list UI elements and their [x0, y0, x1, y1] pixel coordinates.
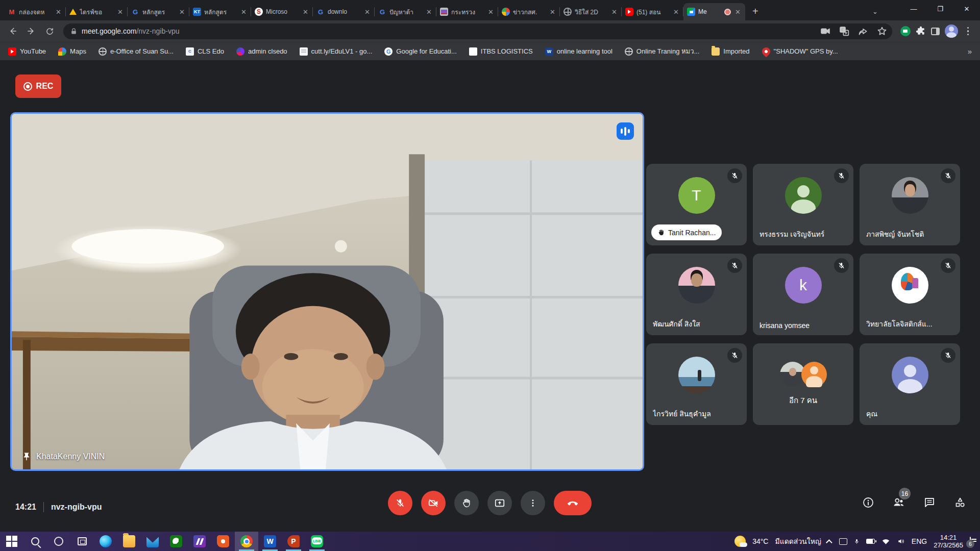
end-call-button[interactable]: [554, 491, 592, 515]
taskbar-edge[interactable]: [94, 532, 117, 551]
browser-menu-icon[interactable]: [963, 27, 973, 36]
tab-close-icon[interactable]: ✕: [240, 8, 248, 16]
tray-mic-icon[interactable]: [854, 538, 860, 545]
main-video-tile[interactable]: KhataKenny VININ: [10, 112, 644, 471]
tab-download[interactable]: Gdownlo✕: [313, 3, 375, 20]
activities-button[interactable]: [952, 495, 968, 510]
participant-tile-overflow[interactable]: อีก 7 คน: [753, 343, 853, 425]
tab-close-icon[interactable]: ✕: [302, 8, 309, 16]
bookmarks-overflow-icon[interactable]: »: [968, 47, 972, 56]
taskbar-chrome[interactable]: [235, 532, 258, 551]
tab-howto-2d[interactable]: วิธีใส่ 2D✕: [560, 3, 622, 20]
taskbar-powerpoint[interactable]: P: [282, 532, 305, 551]
bookmark-itbs-logistics[interactable]: ITBS LOGISTICS: [469, 47, 533, 56]
taskbar-mail[interactable]: [141, 532, 164, 551]
chat-button[interactable]: [922, 495, 937, 510]
info-button[interactable]: [861, 495, 876, 510]
tab-problem[interactable]: Gปัญหาด้า✕: [375, 3, 436, 20]
bookmark-shadow-gps[interactable]: "SHADOW" GPS by...: [762, 47, 838, 56]
action-center-button[interactable]: 6: [970, 537, 971, 545]
tab-course-1[interactable]: Gหลักสูตร✕: [128, 3, 189, 20]
maximize-button[interactable]: ❐: [927, 0, 953, 17]
tab-close-icon[interactable]: ✕: [672, 8, 680, 16]
raise-hand-button[interactable]: [454, 491, 479, 515]
bookmark-cls-edo[interactable]: CCLS Edo: [186, 47, 224, 56]
participant-tile[interactable]: พัฒนศักดิ์ สิงใส: [646, 254, 747, 335]
profile-avatar[interactable]: [945, 24, 958, 38]
tab-close-icon[interactable]: ✕: [55, 8, 62, 16]
cortana-button[interactable]: [47, 532, 70, 551]
participant-tile[interactable]: ไกรวิทย์ สินธุคำมูล: [646, 343, 747, 425]
new-tab-button[interactable]: +: [745, 6, 766, 20]
bookmark-star-icon[interactable]: [875, 24, 889, 38]
start-button[interactable]: [0, 532, 23, 551]
tab-drive[interactable]: ไดรฟ์ขอ✕: [66, 3, 128, 20]
tab-youtube[interactable]: (51) สอน✕: [622, 3, 683, 20]
camera-toggle-button[interactable]: [421, 491, 446, 515]
bookmark-youtube[interactable]: YouTube: [8, 47, 46, 56]
media-camera-icon[interactable]: [818, 24, 832, 38]
bookmark-google-education[interactable]: GGoogle for Educati...: [384, 47, 457, 56]
forward-icon[interactable]: [23, 23, 39, 39]
present-screen-button[interactable]: [487, 491, 512, 515]
share-icon[interactable]: [856, 24, 870, 38]
participant-tile[interactable]: T Tanit Rachan...: [646, 164, 747, 245]
taskbar-films-app[interactable]: [188, 532, 211, 551]
tab-close-icon[interactable]: ✕: [363, 8, 371, 16]
taskbar-file-explorer[interactable]: [117, 532, 141, 551]
participant-tile[interactable]: ทรงธรรม เจริญจันทร์: [753, 164, 853, 245]
tab-meet-active[interactable]: Me✕: [683, 3, 745, 20]
bookmark-cuttly[interactable]: cutt.ly/EduLV1 - go...: [300, 47, 373, 56]
meet-extension-icon[interactable]: [900, 26, 911, 36]
weather-icon[interactable]: [734, 536, 746, 547]
battery-icon[interactable]: [866, 539, 875, 544]
taskbar-office[interactable]: [211, 532, 235, 551]
address-bar[interactable]: meet.google.com/nvz-ngib-vpu G: [63, 23, 892, 39]
people-button[interactable]: 16: [891, 495, 906, 510]
wifi-icon[interactable]: [881, 538, 890, 545]
side-panel-icon[interactable]: [931, 28, 940, 35]
bookmark-maps[interactable]: Maps: [58, 47, 86, 56]
bookmark-online-training[interactable]: Online Traning หมว...: [625, 46, 699, 57]
participant-tile[interactable]: ภาสพิชญ์ จันทโชติ: [860, 164, 960, 245]
tab-close-icon[interactable]: ✕: [610, 8, 618, 16]
tablet-mode-icon[interactable]: [839, 538, 847, 545]
participant-tile[interactable]: วิทยาลัยโลจิสติกส์แ...: [860, 254, 960, 335]
taskbar-word[interactable]: W: [258, 532, 282, 551]
tab-news[interactable]: ข่าวกสศ.✕: [498, 3, 560, 20]
weather-text[interactable]: มีแดดส่วนใหญ่: [775, 536, 821, 547]
more-options-button[interactable]: [521, 491, 545, 515]
bookmark-online-learning[interactable]: Wonline learning tool: [545, 47, 612, 56]
taskbar-xbox[interactable]: [164, 532, 188, 551]
temperature[interactable]: 34°C: [752, 537, 768, 545]
mic-toggle-button[interactable]: [388, 491, 412, 515]
tab-close-icon[interactable]: ✕: [549, 8, 556, 16]
minimize-button[interactable]: —: [900, 0, 927, 17]
bookmark-admin-clsedo[interactable]: admin clsedo: [236, 47, 287, 56]
tab-close-icon[interactable]: ✕: [734, 8, 742, 16]
tab-gmail[interactable]: Mกล่องจดห✕: [4, 3, 66, 20]
volume-icon[interactable]: [897, 538, 905, 545]
tab-ministry[interactable]: กระทรวง✕: [436, 3, 498, 20]
bookmark-imported[interactable]: Imported: [712, 47, 749, 56]
tab-microsoft[interactable]: SMicroso✕: [251, 3, 313, 20]
task-view-button[interactable]: [70, 532, 94, 551]
reload-icon[interactable]: [42, 23, 57, 39]
bookmark-eoffice[interactable]: e-Office of Suan Su...: [99, 47, 174, 56]
tab-course-2[interactable]: KTหลักสูตร✕: [189, 3, 251, 20]
tab-search-chevron-icon[interactable]: ⌄: [872, 8, 878, 15]
tab-close-icon[interactable]: ✕: [425, 8, 433, 16]
tab-close-icon[interactable]: ✕: [116, 8, 124, 16]
language-indicator[interactable]: ENG: [912, 537, 927, 545]
tab-close-icon[interactable]: ✕: [487, 8, 495, 16]
extensions-puzzle-icon[interactable]: [916, 26, 926, 36]
participant-tile-self[interactable]: คุณ: [860, 343, 960, 425]
back-icon[interactable]: [5, 23, 20, 39]
taskbar-line[interactable]: [305, 532, 329, 551]
search-button[interactable]: [23, 532, 47, 551]
tab-close-icon[interactable]: ✕: [178, 8, 186, 16]
tray-expand-icon[interactable]: [826, 539, 832, 546]
participant-tile[interactable]: k krisana yomsee: [753, 254, 853, 335]
translate-icon[interactable]: G: [837, 24, 851, 38]
tray-clock[interactable]: 14:21 27/3/2565: [934, 534, 963, 549]
